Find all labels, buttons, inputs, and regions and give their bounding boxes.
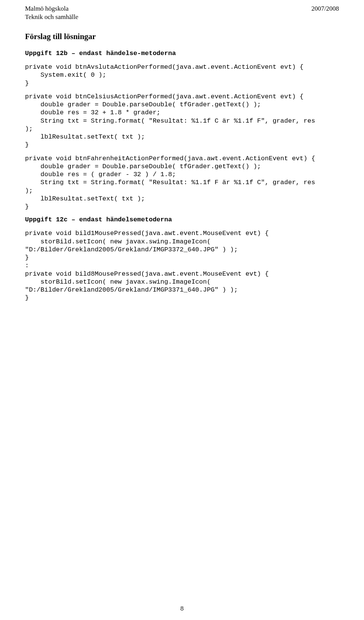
code-block-1: private void btnAvslutaActionPerformed(j… [25, 63, 339, 87]
code-block-4: private void bild1MousePressed(java.awt.… [25, 229, 339, 302]
section-12c-heading: Uppgift 12c – endast händelsemetoderna [25, 216, 339, 223]
header-left: Malmö högskola Teknik och samhälle [25, 5, 78, 21]
page-title: Förslag till lösningar [25, 32, 339, 41]
org-line-1: Malmö högskola [25, 5, 78, 13]
section-12b-heading: Uppgift 12b – endast händelse-metoderna [25, 50, 339, 57]
page-number: 8 [0, 605, 364, 612]
code-block-2: private void btnCelsiusActionPerformed(j… [25, 93, 339, 149]
year-label: 2007/2008 [311, 5, 339, 13]
header-right: 2007/2008 [311, 5, 339, 21]
code-block-3: private void btnFahrenheitActionPerforme… [25, 155, 339, 211]
org-line-2: Teknik och samhälle [25, 13, 78, 21]
page-header: Malmö högskola Teknik och samhälle 2007/… [25, 5, 339, 21]
